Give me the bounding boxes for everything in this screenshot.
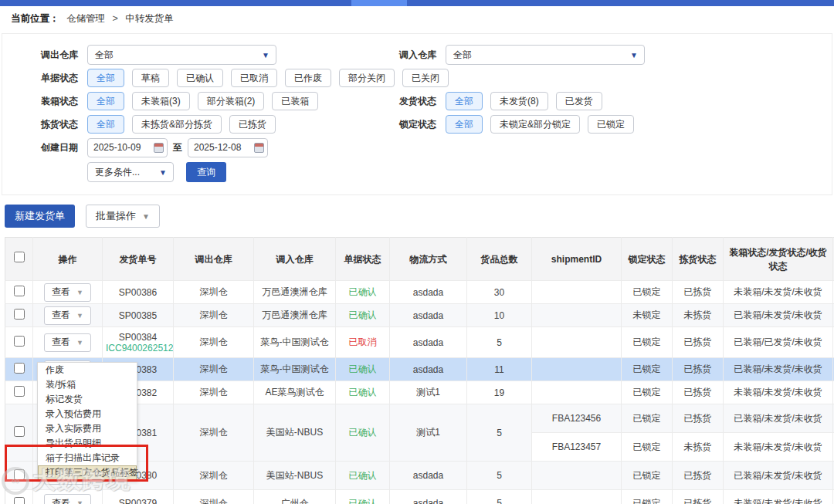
shipping-status-label: 发货状态 — [399, 95, 436, 108]
calendar-icon[interactable] — [254, 143, 264, 153]
table-row: 查看▼ SP00379 深圳仓 广州仓 已确认 asdada 5 已锁定 已拣货… — [5, 490, 834, 504]
caret-down-icon: ▼ — [142, 212, 150, 221]
breadcrumb-label: 当前位置： — [11, 13, 59, 24]
menu-item-pack-unpack[interactable]: 装/拆箱 — [38, 377, 137, 392]
header-box-ship-receive: 装箱状态/发货状态/收货状态 — [724, 238, 833, 281]
header-pick-status: 拣货状态 — [673, 238, 724, 281]
view-button[interactable]: 查看▼ — [44, 306, 91, 325]
row-checkbox[interactable] — [14, 336, 25, 347]
date-range-separator: 至 — [173, 141, 182, 154]
packing-status-packed[interactable]: 已装箱 — [272, 92, 318, 110]
view-button[interactable]: 查看▼ — [44, 333, 91, 352]
row-checkbox[interactable] — [14, 497, 25, 504]
doc-status-label: 单据状态 — [30, 72, 78, 85]
lock-status-unlocked[interactable]: 未锁定&部分锁定 — [490, 115, 580, 134]
select-all-checkbox[interactable] — [14, 252, 25, 262]
shipping-status-shipped[interactable]: 已发货 — [556, 92, 602, 110]
breadcrumb: 当前位置： 仓储管理 > 中转发货单 — [0, 6, 834, 30]
table-row: 查看▼ SP00384 ICC94002625120336 深圳仓 菜鸟-中国测… — [5, 327, 834, 358]
row-checkbox[interactable] — [14, 309, 25, 320]
status-badge: 已确认 — [336, 281, 390, 304]
header-lock-status: 锁定状态 — [622, 238, 673, 281]
lock-status-all[interactable]: 全部 — [446, 115, 483, 134]
picking-status-all[interactable]: 全部 — [87, 115, 124, 134]
shipping-status-unshipped[interactable]: 未发货(8) — [490, 92, 548, 110]
caret-down-icon: ▼ — [76, 499, 83, 504]
packing-status-label: 装箱状态 — [30, 95, 78, 108]
packing-status-all[interactable]: 全部 — [87, 92, 124, 110]
doc-status-cancelled[interactable]: 已取消 — [231, 69, 277, 87]
date-to-input[interactable]: 2025-12-08 — [188, 138, 268, 157]
status-badge: 已确认 — [336, 358, 390, 381]
shipping-status-all[interactable]: 全部 — [446, 92, 483, 110]
batch-operations-button[interactable]: 批量操作 ▼ — [86, 205, 160, 228]
filter-panel: 调出仓库 全部 ▼ 调入仓库 全部 ▼ 单据状态 全部 草稿 已确认 已取消 已… — [2, 33, 832, 195]
table-row: 查看▼ SP00385 深圳仓 万邑通澳洲仓库 已确认 asdada 10 未锁… — [5, 304, 834, 327]
menu-item-mark-shipped[interactable]: 标记发货 — [38, 392, 137, 407]
chevron-down-icon: ▼ — [630, 51, 638, 59]
chevron-down-icon: ▼ — [159, 168, 167, 177]
header-logistics: 物流方式 — [390, 238, 467, 281]
doc-status-all[interactable]: 全部 — [87, 69, 124, 87]
header-out-warehouse: 调出仓库 — [174, 238, 254, 281]
in-warehouse-label: 调入仓库 — [399, 49, 436, 62]
doc-status-closed[interactable]: 已关闭 — [402, 69, 449, 87]
calendar-icon[interactable] — [154, 143, 164, 153]
header-op: 操作 — [33, 238, 103, 281]
status-badge: 已确认 — [336, 462, 390, 490]
menu-item-void[interactable]: 作废 — [38, 363, 137, 377]
status-badge: 已确认 — [336, 490, 390, 504]
breadcrumb-transfer-orders: 中转发货单 — [125, 13, 174, 24]
view-button[interactable]: 查看▼ — [44, 494, 91, 504]
breadcrumb-warehouse-mgmt[interactable]: 仓储管理 — [66, 13, 105, 24]
doc-status-confirmed[interactable]: 已确认 — [177, 69, 223, 87]
packing-status-partial[interactable]: 部分装箱(2) — [198, 92, 265, 110]
status-badge: 已取消 — [336, 327, 390, 358]
menu-item-enter-estimated-fee[interactable]: 录入预估费用 — [38, 407, 137, 421]
lock-status-locked[interactable]: 已锁定 — [588, 115, 634, 134]
row-checkbox[interactable] — [14, 426, 25, 437]
in-warehouse-select[interactable]: 全部 ▼ — [446, 45, 645, 65]
shipment-id-cell: FBA123456 — [532, 404, 622, 433]
picking-status-unpicked[interactable]: 未拣货&部分拣货 — [132, 115, 222, 134]
caret-down-icon: ▼ — [76, 289, 83, 296]
header-qty: 货品总数 — [467, 238, 532, 281]
menu-item-export-details[interactable]: 导出货品明细 — [38, 436, 137, 451]
more-conditions-select[interactable]: 更多条件... ▼ — [87, 162, 174, 182]
doc-status-draft[interactable]: 草稿 — [132, 69, 169, 87]
top-bar — [0, 0, 834, 6]
row-checkbox[interactable] — [14, 286, 25, 296]
caret-down-icon: ▼ — [76, 339, 83, 347]
shipment-id-cell: FBA123457 — [532, 433, 622, 462]
tracking-number-link[interactable]: ICC94002625120336 — [106, 343, 170, 353]
row-checkbox[interactable] — [14, 469, 25, 480]
row-checkbox[interactable] — [14, 363, 25, 374]
table-row: 查看▼ SP00386 深圳仓 万邑通澳洲仓库 已确认 asdada 30 已锁… — [5, 281, 834, 304]
out-warehouse-select[interactable]: 全部 ▼ — [87, 45, 276, 65]
out-warehouse-label: 调出仓库 — [30, 49, 78, 62]
picking-status-label: 拣货状态 — [30, 118, 78, 131]
status-badge: 已确认 — [336, 304, 390, 327]
menu-item-print-third-party-labels[interactable]: 打印第三方仓货品标签 — [38, 465, 137, 480]
date-from-input[interactable]: 2025-10-09 — [87, 138, 168, 157]
doc-status-partial-closed[interactable]: 部分关闭 — [339, 69, 395, 87]
header-shipment-id: shipmentID — [532, 238, 622, 281]
row-actions-menu: 作废 装/拆箱 标记发货 录入预估费用 录入实际费用 导出货品明细 箱子扫描出库… — [37, 362, 137, 481]
caret-down-icon: ▼ — [76, 312, 83, 320]
search-button[interactable]: 查询 — [186, 162, 226, 182]
menu-item-box-scan-records[interactable]: 箱子扫描出库记录 — [38, 451, 137, 465]
status-badge: 已确认 — [336, 381, 390, 404]
packing-status-unpacked[interactable]: 未装箱(3) — [132, 92, 190, 110]
action-toolbar: 新建发货单 批量操作 ▼ — [0, 195, 834, 237]
top-bar-active-segment — [351, 0, 407, 6]
picking-status-picked[interactable]: 已拣货 — [229, 115, 276, 134]
header-in-warehouse: 调入仓库 — [254, 238, 336, 281]
doc-status-voided[interactable]: 已作废 — [285, 69, 331, 87]
menu-item-enter-actual-fee[interactable]: 录入实际费用 — [38, 421, 137, 436]
breadcrumb-separator: > — [112, 13, 117, 24]
view-button[interactable]: 查看▼ — [44, 283, 91, 302]
header-order-no: 发货单号 — [103, 238, 174, 281]
new-shipment-button[interactable]: 新建发货单 — [5, 205, 75, 228]
table-header-row: 操作 发货单号 调出仓库 调入仓库 单据状态 物流方式 货品总数 shipmen… — [5, 238, 834, 281]
row-checkbox[interactable] — [14, 386, 25, 397]
